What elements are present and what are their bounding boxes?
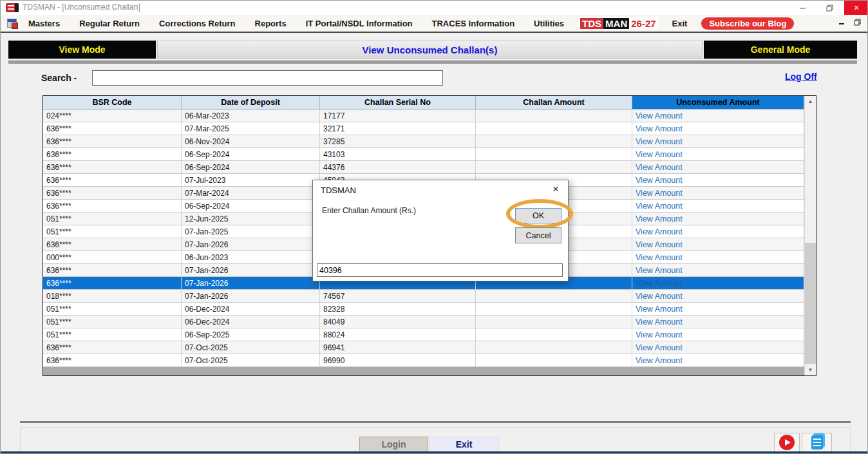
view-amount-link[interactable]: View Amount bbox=[632, 354, 804, 367]
menu-item-corrections-return[interactable]: Corrections Return bbox=[154, 16, 240, 31]
menu-item-exit[interactable]: Exit bbox=[667, 16, 693, 31]
scrollbar-thumb[interactable] bbox=[805, 243, 816, 364]
cell-challan-amount[interactable] bbox=[476, 290, 632, 303]
general-mode-banner[interactable]: General Mode bbox=[704, 41, 857, 59]
table-row[interactable]: 051**** 06-Sep-2025 88024 View Amount bbox=[43, 328, 816, 341]
documents-button[interactable] bbox=[802, 433, 832, 452]
cell-date-of-deposit[interactable]: 06-Jun-2023 bbox=[182, 251, 320, 264]
view-amount-link[interactable]: View Amount bbox=[632, 316, 804, 328]
view-amount-link[interactable]: View Amount bbox=[632, 213, 804, 225]
cell-challan-amount[interactable] bbox=[476, 135, 632, 148]
cell-date-of-deposit[interactable]: 07-Mar-2024 bbox=[182, 187, 320, 200]
view-amount-link[interactable]: View Amount bbox=[632, 238, 804, 251]
cell-bsr-code[interactable]: 051**** bbox=[43, 303, 182, 316]
view-amount-link[interactable]: View Amount bbox=[632, 161, 804, 174]
cell-challan-amount[interactable] bbox=[476, 161, 632, 174]
cell-challan-serial-no[interactable]: 84049 bbox=[320, 316, 476, 328]
cell-date-of-deposit[interactable]: 06-Mar-2023 bbox=[182, 109, 320, 122]
view-amount-link[interactable]: View Amount bbox=[632, 341, 804, 354]
column-header-bsr-code[interactable]: BSR Code bbox=[43, 96, 182, 109]
view-mode-banner[interactable]: View Mode bbox=[8, 41, 156, 59]
table-row[interactable]: 636**** 06-Nov-2024 37285 View Amount bbox=[43, 135, 816, 148]
view-amount-link[interactable]: View Amount bbox=[632, 225, 804, 238]
cell-date-of-deposit[interactable]: 06-Sep-2024 bbox=[182, 200, 320, 213]
menu-item-utilities[interactable]: Utilities bbox=[529, 16, 569, 31]
dialog-close-button[interactable]: × bbox=[550, 183, 561, 196]
table-row[interactable]: 051**** 06-Dec-2024 82328 View Amount bbox=[43, 303, 816, 316]
cell-bsr-code[interactable]: 000**** bbox=[43, 251, 182, 264]
cell-challan-amount[interactable] bbox=[476, 316, 632, 328]
youtube-button[interactable] bbox=[774, 433, 800, 452]
search-input[interactable] bbox=[92, 70, 443, 86]
minimize-button[interactable] bbox=[790, 1, 815, 15]
cell-challan-amount[interactable] bbox=[476, 341, 632, 354]
cell-bsr-code[interactable]: 636**** bbox=[43, 341, 182, 354]
view-amount-link[interactable]: View Amount bbox=[632, 174, 804, 187]
cell-bsr-code[interactable]: 051**** bbox=[43, 213, 182, 225]
column-header-challan-amount[interactable]: Challan Amount bbox=[476, 96, 632, 109]
cell-date-of-deposit[interactable]: 07-Jan-2026 bbox=[182, 238, 320, 251]
cell-date-of-deposit[interactable]: 06-Sep-2024 bbox=[182, 148, 320, 161]
table-row[interactable]: 636**** 06-Sep-2024 44376 View Amount bbox=[43, 161, 816, 174]
view-amount-link[interactable]: View Amount bbox=[632, 200, 804, 213]
view-amount-link[interactable]: View Amount bbox=[632, 251, 804, 264]
cell-date-of-deposit[interactable]: 07-Oct-2025 bbox=[182, 354, 320, 367]
cell-challan-amount[interactable] bbox=[476, 303, 632, 316]
cell-bsr-code[interactable]: 636**** bbox=[43, 354, 182, 367]
cell-bsr-code[interactable]: 636**** bbox=[43, 135, 182, 148]
column-header-date-of-deposit[interactable]: Date of Deposit bbox=[182, 96, 320, 109]
table-row[interactable]: 051**** 06-Dec-2024 84049 View Amount bbox=[43, 316, 816, 328]
view-amount-link[interactable]: View Amount bbox=[632, 277, 804, 290]
cell-date-of-deposit[interactable]: 07-Jan-2025 bbox=[182, 225, 320, 238]
cell-challan-serial-no[interactable]: 43103 bbox=[320, 148, 476, 161]
cell-date-of-deposit[interactable]: 06-Nov-2024 bbox=[182, 135, 320, 148]
view-amount-link[interactable]: View Amount bbox=[632, 148, 804, 161]
view-amount-link[interactable]: View Amount bbox=[632, 187, 804, 200]
child-minimize-icon[interactable] bbox=[838, 19, 845, 25]
exit-button[interactable]: Exit bbox=[429, 437, 498, 452]
cell-bsr-code[interactable]: 051**** bbox=[43, 225, 182, 238]
cell-bsr-code[interactable]: 636**** bbox=[43, 122, 182, 135]
cell-bsr-code[interactable]: 636**** bbox=[43, 238, 182, 251]
cell-date-of-deposit[interactable]: 07-Jan-2026 bbox=[182, 277, 320, 290]
challan-amount-input[interactable] bbox=[317, 263, 563, 277]
cell-challan-serial-no[interactable]: 96941 bbox=[320, 341, 476, 354]
table-row[interactable]: 636**** 07-Oct-2025 96990 View Amount bbox=[43, 354, 816, 367]
view-amount-link[interactable]: View Amount bbox=[632, 303, 804, 316]
menu-item-reports[interactable]: Reports bbox=[250, 16, 292, 31]
cell-bsr-code[interactable]: 051**** bbox=[43, 316, 182, 328]
cell-challan-serial-no[interactable]: 37285 bbox=[320, 135, 476, 148]
cell-date-of-deposit[interactable]: 07-Oct-2025 bbox=[182, 341, 320, 354]
cell-challan-serial-no[interactable]: 44376 bbox=[320, 161, 476, 174]
login-button[interactable]: Login bbox=[359, 437, 428, 452]
cell-bsr-code[interactable]: 636**** bbox=[43, 187, 182, 200]
logoff-link[interactable]: Log Off bbox=[785, 71, 817, 82]
scroll-up-button[interactable]: ▲ bbox=[805, 96, 816, 107]
cell-challan-serial-no[interactable]: 17177 bbox=[320, 109, 476, 122]
cell-challan-amount[interactable] bbox=[476, 109, 632, 122]
cell-date-of-deposit[interactable]: 06-Dec-2024 bbox=[182, 303, 320, 316]
column-header-unconsumed-amount[interactable]: Unconsumed Amount bbox=[632, 96, 804, 109]
view-amount-link[interactable]: View Amount bbox=[632, 109, 804, 122]
cell-challan-serial-no[interactable]: 96990 bbox=[320, 354, 476, 367]
cancel-button[interactable]: Cancel bbox=[515, 227, 561, 243]
cell-challan-serial-no[interactable]: 74567 bbox=[320, 290, 476, 303]
table-row[interactable]: 636**** 06-Sep-2024 43103 View Amount bbox=[43, 148, 816, 161]
table-row[interactable]: 636**** 07-Mar-2025 32171 View Amount bbox=[43, 122, 816, 135]
cell-bsr-code[interactable]: 636**** bbox=[43, 161, 182, 174]
close-button[interactable]: × bbox=[844, 1, 868, 15]
cell-challan-serial-no[interactable]: 82328 bbox=[320, 303, 476, 316]
table-row[interactable]: 024**** 06-Mar-2023 17177 View Amount bbox=[43, 109, 816, 122]
cell-bsr-code[interactable]: 018**** bbox=[43, 290, 182, 303]
cell-bsr-code[interactable]: 636**** bbox=[43, 174, 182, 187]
cell-challan-amount[interactable] bbox=[476, 148, 632, 161]
subscribe-blog-button[interactable]: Subscribe our Blog bbox=[701, 17, 794, 30]
child-restore-icon[interactable] bbox=[854, 19, 861, 26]
menu-item-it-portal-nsdl[interactable]: IT Portal/NSDL Information bbox=[301, 16, 418, 31]
view-amount-link[interactable]: View Amount bbox=[632, 122, 804, 135]
table-row[interactable]: 636**** 07-Oct-2025 96941 View Amount bbox=[43, 341, 816, 354]
column-header-challan-serial-no[interactable]: Challan Serial No bbox=[320, 96, 476, 109]
cell-bsr-code[interactable]: 636**** bbox=[43, 277, 182, 290]
restore-button[interactable] bbox=[817, 1, 842, 15]
menu-item-traces[interactable]: TRACES Information bbox=[427, 16, 520, 31]
